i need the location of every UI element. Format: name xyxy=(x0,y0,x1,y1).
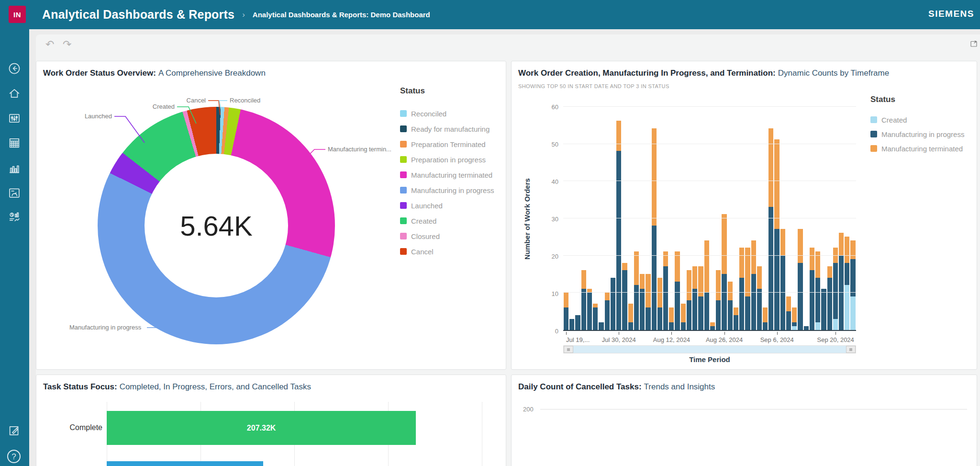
bar-column[interactable] xyxy=(716,270,721,330)
bar-segment xyxy=(646,274,650,307)
redo-icon[interactable]: ↷ xyxy=(63,38,71,51)
bar-column[interactable] xyxy=(587,289,592,330)
bar-column[interactable] xyxy=(833,248,838,330)
legend-item[interactable]: Manufacturing in progress xyxy=(870,129,964,139)
legend-item[interactable]: Launched xyxy=(400,200,494,211)
x-tick-mark xyxy=(724,332,725,335)
help-icon[interactable]: ? xyxy=(7,450,21,463)
bar-segment xyxy=(751,274,756,330)
bar-column[interactable] xyxy=(763,307,768,330)
bar-segment xyxy=(774,139,779,229)
bar-column[interactable] xyxy=(575,315,580,330)
bar-segment xyxy=(763,322,768,330)
bar-column[interactable] xyxy=(745,248,750,330)
legend-item[interactable]: Created xyxy=(400,216,494,226)
legend-item[interactable]: Preparation in progress xyxy=(400,154,494,165)
bar-column[interactable] xyxy=(663,251,668,330)
bar-column[interactable] xyxy=(850,240,855,330)
bar-column[interactable] xyxy=(622,263,627,330)
legend-item[interactable]: Reconciled xyxy=(400,108,494,119)
home-icon[interactable] xyxy=(8,87,21,100)
legend-item[interactable]: Closured xyxy=(400,231,494,241)
bar-column[interactable] xyxy=(652,128,657,330)
bar-segment xyxy=(804,326,809,330)
bar-column[interactable] xyxy=(839,233,844,330)
bar-column[interactable] xyxy=(845,237,849,330)
bar-column[interactable] xyxy=(698,266,703,330)
bar-column[interactable] xyxy=(739,248,744,330)
bar-column[interactable] xyxy=(599,322,603,330)
bar-column[interactable] xyxy=(757,266,762,330)
legend-item[interactable]: Ready for manufacturing xyxy=(400,124,494,134)
panel-title: Task Status Focus:Completed, In Progress… xyxy=(43,382,311,392)
bar-column[interactable] xyxy=(734,307,738,330)
legend-item[interactable]: Preparation Terminated xyxy=(400,139,494,149)
bar-column[interactable] xyxy=(786,296,791,330)
bar-column[interactable] xyxy=(821,289,826,330)
bar-column[interactable] xyxy=(605,293,610,330)
bar-column[interactable] xyxy=(751,240,756,330)
bar-column[interactable] xyxy=(569,319,574,330)
legend-item[interactable]: Manufacturing in progress xyxy=(400,185,494,195)
calendar-grid-icon[interactable] xyxy=(8,136,21,149)
bar-column[interactable] xyxy=(792,307,797,330)
bar-column[interactable] xyxy=(692,266,697,330)
bar-segment xyxy=(722,214,726,274)
expand-icon[interactable] xyxy=(969,39,978,50)
bar-column[interactable] xyxy=(634,251,639,330)
bar-column[interactable] xyxy=(704,240,709,330)
hbar-bar[interactable]: 207.32K xyxy=(107,411,416,445)
back-icon[interactable] xyxy=(8,62,21,75)
bar-column[interactable] xyxy=(681,304,686,330)
bar-column[interactable] xyxy=(628,304,633,330)
scrollbar-right-handle[interactable] xyxy=(846,346,856,353)
legend-item[interactable]: Cancel xyxy=(400,246,494,257)
legend-item[interactable]: Manufacturing terminated xyxy=(400,170,494,180)
legend-item[interactable]: Manufacturing terminated xyxy=(870,144,964,153)
bar-segment xyxy=(745,296,750,330)
bar-column[interactable] xyxy=(616,121,621,330)
time-range-scrollbar[interactable] xyxy=(563,345,856,353)
scrollbar-left-handle[interactable] xyxy=(564,346,573,353)
dashboard-gauge-icon[interactable] xyxy=(8,186,21,200)
hbar-bar[interactable] xyxy=(107,461,263,466)
bar-column[interactable] xyxy=(798,229,802,330)
bar-column[interactable] xyxy=(687,270,691,330)
legend-label: Closured xyxy=(411,232,440,240)
adjustments-icon[interactable] xyxy=(8,112,21,125)
bar-segment xyxy=(564,307,568,330)
bar-segment xyxy=(798,263,802,330)
analytics-report-icon[interactable] xyxy=(8,210,21,224)
bar-column[interactable] xyxy=(710,322,715,330)
bar-column[interactable] xyxy=(810,248,814,330)
undo-icon[interactable]: ↶ xyxy=(45,38,54,51)
bar-column[interactable] xyxy=(768,128,773,330)
bar-column[interactable] xyxy=(564,293,568,330)
bar-segment xyxy=(827,266,832,277)
bar-column[interactable] xyxy=(722,214,726,330)
bar-column[interactable] xyxy=(675,251,679,330)
bar-column[interactable] xyxy=(774,139,779,330)
bar-column[interactable] xyxy=(581,270,586,330)
bar-column[interactable] xyxy=(728,282,733,330)
legend-item[interactable]: Created xyxy=(870,115,964,125)
breadcrumb[interactable]: Analytical Dashboards & Reports: Demo Da… xyxy=(253,11,430,19)
gridline xyxy=(540,409,967,409)
bar-column[interactable] xyxy=(593,304,598,330)
bar-column[interactable] xyxy=(657,278,662,330)
bar-column[interactable] xyxy=(780,229,785,330)
bar-column[interactable] xyxy=(827,266,832,330)
bar-column[interactable] xyxy=(815,251,820,330)
bar-column[interactable] xyxy=(611,278,615,330)
bar-chart-icon[interactable] xyxy=(8,161,21,175)
bar-column[interactable] xyxy=(646,274,650,330)
callout-reconciled: Reconciled xyxy=(230,97,260,104)
bar-column[interactable] xyxy=(640,274,645,330)
bar-column[interactable] xyxy=(669,307,674,330)
edit-icon[interactable] xyxy=(8,424,21,437)
bar-segment xyxy=(652,226,657,330)
legend-label: Reconciled xyxy=(411,110,446,118)
app-logo[interactable]: IN xyxy=(9,6,26,23)
bar-segment xyxy=(692,266,697,289)
bar-column[interactable] xyxy=(804,326,809,330)
